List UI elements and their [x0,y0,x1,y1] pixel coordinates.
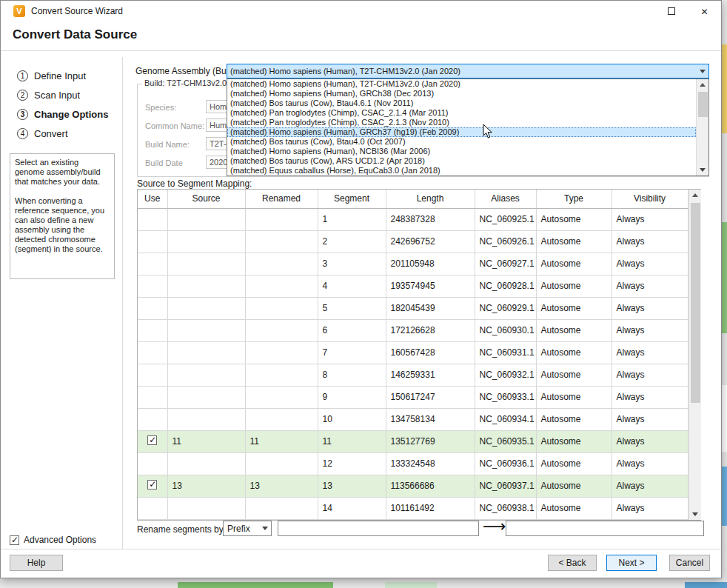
genome-assembly-value: (matched) Homo sapiens (Human), T2T-CHM1… [227,67,697,76]
segment-cell: 13 [318,475,386,497]
scroll-up-icon[interactable] [697,79,708,90]
renamed-cell [245,253,318,275]
step-label: Scan Input [34,90,80,101]
chevron-down-icon[interactable] [259,521,271,535]
length-cell: 146259331 [386,364,475,386]
use-cell[interactable] [138,475,167,497]
build-date-label: Build Date [145,158,183,167]
column-header: Renamed [245,190,318,208]
column-header: Aliases [475,190,536,208]
use-checkbox[interactable] [147,435,157,445]
type-cell: Autosome [536,253,612,275]
use-cell[interactable] [138,208,167,230]
use-cell[interactable] [138,341,167,364]
close-button[interactable] [688,1,721,21]
separator [1,549,721,549]
mapping-table-body: 1248387328NC_060925.1AutosomeAlways22426… [138,208,688,520]
back-button[interactable]: < Back [548,555,597,571]
assembly-option[interactable]: (matched) Equus caballus (Horse), EquCab… [227,166,696,176]
use-cell[interactable] [138,430,167,452]
use-cell[interactable] [138,497,167,519]
visibility-cell: Always [612,408,688,430]
use-cell[interactable] [138,253,167,275]
mapping-row: 1248387328NC_060925.1AutosomeAlways [138,208,688,230]
mapping-row: 14101161492NC_060938.1AutosomeAlways [138,497,688,519]
assembly-option[interactable]: (matched) Homo sapiens (Human), T2T-CHM1… [227,79,696,89]
assembly-option[interactable]: (matched) Homo sapiens (Human), GRCh38 (… [227,89,696,98]
use-cell[interactable] [138,230,167,253]
next-button[interactable]: Next > [606,555,657,571]
chevron-down-icon[interactable] [697,64,708,78]
aliases-cell: NC_060936.1 [475,452,536,475]
scroll-down-icon[interactable] [697,164,708,176]
use-cell[interactable] [138,452,167,475]
maximize-button[interactable] [654,1,688,21]
advanced-options-checkbox[interactable] [10,535,19,545]
mapping-row: 8146259331NC_060932.1AutosomeAlways [138,364,688,386]
assembly-option[interactable]: (matched) Homo sapiens (Human), GRCh37 (… [227,127,696,137]
visibility-cell: Always [612,497,688,519]
aliases-cell: NC_060932.1 [475,364,536,386]
visibility-cell: Always [612,452,688,475]
segment-cell: 9 [318,386,386,408]
segment-cell: 5 [318,297,386,319]
scrollbar-thumb[interactable] [691,203,700,403]
source-cell [167,386,245,408]
genome-assembly-combobox[interactable]: (matched) Homo sapiens (Human), T2T-CHM1… [227,64,709,78]
visibility-cell: Always [612,275,688,297]
length-cell: 101161492 [386,497,475,519]
source-cell [167,297,245,319]
use-checkbox[interactable] [147,480,157,490]
assembly-option[interactable]: (matched) Bos taurus (Cow), Btau4.6.1 (N… [227,98,696,108]
assembly-option[interactable]: (matched) Bos taurus (Cow), ARS UCD1.2 (… [227,156,696,166]
rename-text-input[interactable] [278,521,479,536]
cancel-button[interactable]: Cancel [669,555,710,571]
step-label: Convert [34,128,68,139]
use-cell[interactable] [138,364,167,386]
segment-cell: 3 [318,253,386,275]
scrollbar-thumb[interactable] [698,92,708,117]
assembly-option[interactable]: (matched) Pan troglodytes (Chimp), CSAC_… [227,108,696,118]
segment-cell: 14 [318,497,386,519]
scroll-up-icon[interactable] [689,190,701,201]
help-button[interactable]: Help [10,555,63,571]
dropdown-scrollbar[interactable] [696,79,708,176]
length-cell: 193574945 [386,275,475,297]
renamed-cell [245,319,318,341]
mapping-row: 5182045439NC_060929.1AutosomeAlways [138,297,688,319]
renamed-cell [245,230,318,253]
type-cell: Autosome [536,319,612,341]
rename-mode-combobox[interactable]: Prefix [223,521,272,536]
step-change-options: 3 Change Options [17,104,108,124]
assembly-option[interactable]: (matched) Bos taurus (Cow), Btau4.0 (Oct… [227,137,696,147]
scroll-down-icon[interactable] [689,509,701,520]
use-cell[interactable] [138,408,167,430]
table-scrollbar[interactable] [689,190,701,520]
use-cell[interactable] [138,275,167,297]
visibility-cell: Always [612,319,688,341]
mapping-row: 131313113566686NC_060937.1AutosomeAlways [138,475,688,497]
segment-cell: 8 [318,364,386,386]
use-cell[interactable] [138,297,167,319]
build-name-label: Build Name: [145,140,190,149]
type-cell: Autosome [536,475,612,497]
visibility-cell: Always [612,475,688,497]
source-cell [167,341,245,364]
renamed-cell [245,497,318,519]
help-paragraph: Select an existing genome assembly/build… [15,158,110,187]
renamed-cell [245,341,318,364]
app-icon [13,5,25,17]
background-artifact [722,222,727,333]
use-cell[interactable] [138,386,167,408]
type-cell: Autosome [536,208,612,230]
close-icon [700,4,708,18]
rename-result-input[interactable] [506,521,704,536]
assembly-option[interactable]: (matched) Homo sapiens (Human), NCBI36 (… [227,147,696,156]
renamed-cell [245,452,318,475]
source-cell [167,253,245,275]
title-bar[interactable]: Convert Source Wizard [1,1,721,21]
assembly-option[interactable]: (matched) Pan troglodytes (Chimp), CSAC_… [227,118,696,127]
mapping-row: 4193574945NC_060928.1AutosomeAlways [138,275,688,297]
use-cell[interactable] [138,319,167,341]
step-convert: 4 Convert [17,124,108,143]
